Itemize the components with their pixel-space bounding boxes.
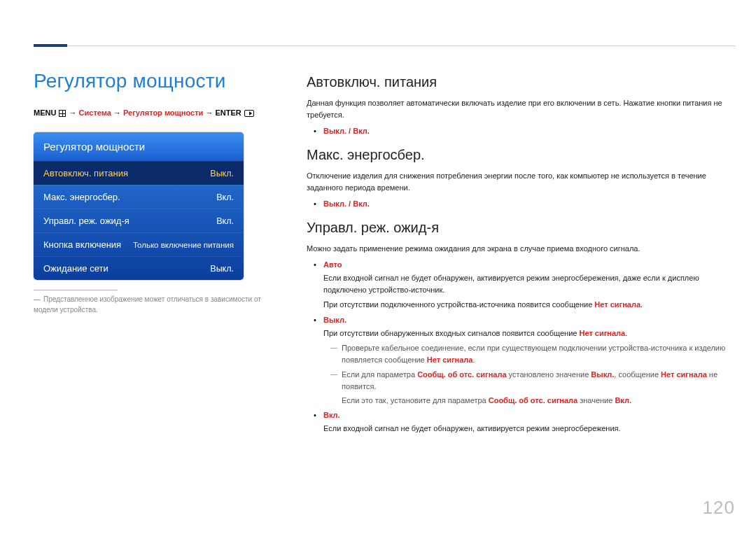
max-energy-desc: Отключение изделия для снижения потребле… [307,170,735,194]
menu-panel-header: Регулятор мощности [34,132,244,161]
menu-grid-icon [59,110,66,117]
sublist-item-2b: Если это так, установите для параметра С… [342,395,735,407]
sublist-item-1: Проверьте кабельное соединение, если при… [332,342,735,366]
breadcrumb-system: Система [79,108,111,117]
text-b: значение [578,396,615,405]
option-item: Выкл. / Вкл. [316,198,735,210]
text-c: , сообщение [614,370,661,379]
option-item: Выкл. / Вкл. [316,125,735,137]
option-auto: Авто Если входной сигнал не будет обнару… [316,259,735,311]
no-signal: Нет сигнала [661,370,707,379]
text-a: Если для параметра [342,370,417,379]
option-off-line1: При отсутствии обнаруженных входных сигн… [323,328,735,339]
footnote-text: Представленное изображение может отличат… [34,295,261,314]
section-title-auto-power: Автовключ. питания [307,74,735,90]
no-signal: Нет сигнала [427,356,473,364]
option-auto-line1: Если входной сигнал не будет обнаружен, … [323,272,735,296]
menu-row-label: Ожидание сети [43,263,108,274]
option-off-on: Выкл. / Вкл. [323,127,370,135]
menu-row-standby[interactable]: Управл. реж. ожид-я Вкл. [34,209,244,232]
param-name: Сообщ. об отс. сигнала [489,396,578,405]
option-off-on: Выкл. / Вкл. [323,199,370,208]
param-value: Выкл. [591,370,614,379]
menu-row-auto-power[interactable]: Автовключ. питания Выкл. [34,161,244,185]
standby-desc: Можно задать применение режима ожидания … [307,243,735,255]
max-energy-options: Выкл. / Вкл. [307,198,735,210]
footnote: ―Представленное изображение может отлича… [34,295,272,315]
menu-row-label: Управл. реж. ожид-я [43,216,130,226]
right-column: Автовключ. питания Данная функция позвол… [300,70,735,444]
standby-options: Авто Если входной сигнал не будет обнару… [307,259,735,435]
option-on-line: Если входной сигнал не будет обнаружен, … [323,423,735,435]
menu-row-label: Макс. энергосбер. [43,192,120,202]
page-title: Регулятор мощности [34,70,286,92]
option-on-label: Вкл. [323,411,340,419]
auto-power-options: Выкл. / Вкл. [307,125,735,137]
section-title-max-energy: Макс. энергосбер. [307,147,735,163]
text-pre: При отсутствии обнаруженных входных сигн… [323,329,579,337]
option-off-sublist: Проверьте кабельное соединение, если при… [323,342,735,407]
no-signal: Нет сигнала [579,329,625,337]
menu-row-max-energy[interactable]: Макс. энергосбер. Вкл. [34,185,244,209]
menu-row-value: Только включение питания [133,241,234,249]
text-pre: Проверьте кабельное соединение, если при… [342,344,725,364]
menu-row-network-standby[interactable]: Ожидание сети Выкл. [34,256,244,280]
enter-icon [244,110,254,117]
menu-row-label: Кнопка включения [43,239,121,250]
sublist-item-2: Если для параметра Сообщ. об отс. сигнал… [332,369,735,407]
page-body: Регулятор мощности MENU → Система → Регу… [0,0,756,444]
text-post: . [640,300,643,309]
breadcrumb-menu: MENU [34,108,56,117]
page-number: 120 [703,497,735,519]
footnote-separator [34,290,118,290]
section-title-standby: Управл. реж. ожид-я [307,220,735,236]
header-accent [34,44,67,47]
breadcrumb-arrow-3: → [205,108,213,117]
breadcrumb-arrow-1: → [69,108,77,117]
option-auto-line2: При отсутствии подключенного устройства-… [323,299,735,311]
text-post: . [625,329,627,337]
menu-panel: Регулятор мощности Автовключ. питания Вы… [34,132,244,280]
param-value: Вкл. [615,396,631,405]
option-off-label: Выкл. [323,316,346,324]
breadcrumb: MENU → Система → Регулятор мощности → EN… [34,108,286,118]
text-post: . [472,356,475,364]
menu-row-label: Автовключ. питания [43,168,128,178]
breadcrumb-arrow-2: → [113,108,121,117]
menu-row-power-button[interactable]: Кнопка включения Только включение питани… [34,232,244,256]
left-column: Регулятор мощности MENU → Система → Регу… [34,70,300,444]
footnote-dash: ― [34,295,41,303]
option-auto-label: Авто [323,260,342,269]
option-off: Выкл. При отсутствии обнаруженных входны… [316,314,735,407]
menu-row-value: Выкл. [210,264,234,274]
menu-row-value: Выкл. [210,169,234,178]
option-on: Вкл. Если входной сигнал не будет обнару… [316,409,735,435]
menu-row-value: Вкл. [216,192,234,202]
text-a: Если это так, установите для параметра [342,396,489,405]
breadcrumb-enter: ENTER [215,108,241,117]
text-pre: При отсутствии подключенного устройства-… [323,300,594,309]
breadcrumb-power: Регулятор мощности [123,108,203,117]
menu-row-value: Вкл. [216,216,234,226]
param-name: Сообщ. об отс. сигнала [417,370,506,379]
auto-power-desc: Данная функция позволяет автоматически в… [307,97,735,121]
text-b: установлено значение [507,370,592,379]
header-rule [34,45,735,46]
no-signal: Нет сигнала [594,300,640,309]
